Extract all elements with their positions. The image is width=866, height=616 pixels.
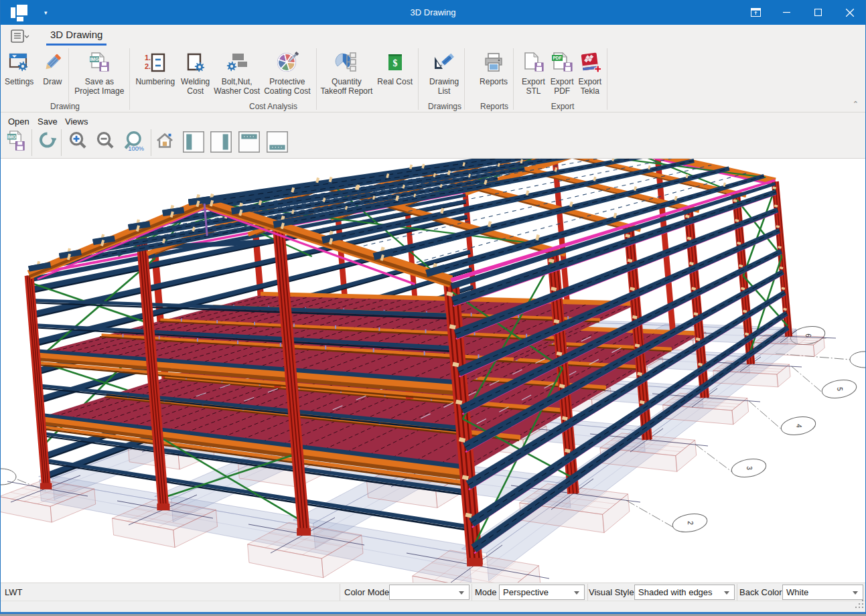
svg-text:IMG: IMG <box>7 135 16 139</box>
svg-text:3: 3 <box>745 466 753 470</box>
svg-text:5: 5 <box>836 387 843 391</box>
svg-text:$: $ <box>392 58 397 68</box>
svg-text:2.: 2. <box>145 62 151 70</box>
svg-text:100%: 100% <box>128 145 144 152</box>
svg-text:PDF: PDF <box>553 56 562 60</box>
svg-text:4: 4 <box>795 424 802 428</box>
svg-text:2: 2 <box>687 521 694 525</box>
svg-text:IMG: IMG <box>90 57 100 62</box>
svg-text:1.: 1. <box>145 54 151 62</box>
